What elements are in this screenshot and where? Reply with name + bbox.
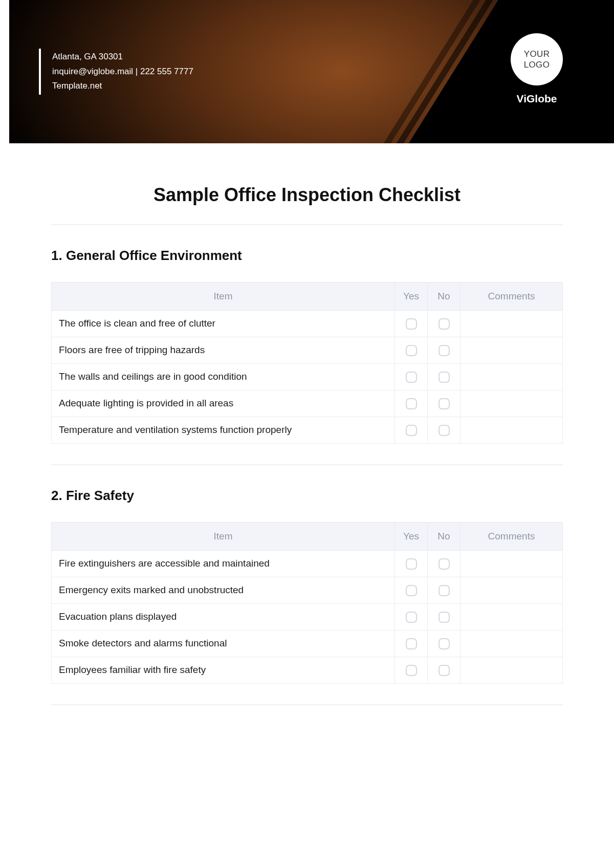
yes-cell [395,311,428,337]
comments-cell[interactable] [461,390,563,417]
column-header-yes: Yes [395,522,428,550]
table-row: Adequate lighting is provided in all are… [52,390,563,417]
no-cell [428,657,461,683]
yes-cell [395,417,428,443]
item-cell: Floors are free of tripping hazards [52,337,395,363]
address-line: Atlanta, GA 30301 [52,50,193,64]
no-cell [428,630,461,657]
divider [51,704,563,705]
table-row: Emergency exits marked and unobstructed [52,577,563,603]
comments-cell[interactable] [461,417,563,443]
checkbox-no[interactable] [438,665,450,676]
table-row: Fire extinguishers are accessible and ma… [52,550,563,577]
phone-text: 222 555 7777 [140,67,193,76]
contact-line: inquire@viglobe.mail | 222 555 7777 [52,64,193,79]
checkbox-no[interactable] [438,372,450,383]
checkbox-yes[interactable] [406,612,417,623]
checklist-table: ItemYesNoCommentsThe office is clean and… [51,282,563,444]
yes-cell [395,363,428,390]
yes-cell [395,337,428,363]
no-cell [428,363,461,390]
checkbox-yes[interactable] [406,558,417,570]
yes-cell [395,657,428,683]
item-cell: The office is clean and free of clutter [52,311,395,337]
table-row: Employees familiar with fire safety [52,657,563,683]
vertical-bar-icon [39,49,41,95]
checkbox-no[interactable] [438,585,450,596]
comments-cell[interactable] [461,311,563,337]
comments-cell[interactable] [461,630,563,657]
item-cell: Fire extinguishers are accessible and ma… [52,550,395,577]
divider [51,464,563,465]
checkbox-yes[interactable] [406,585,417,596]
checkbox-yes[interactable] [406,345,417,356]
column-header-item: Item [52,283,395,311]
contact-block: Atlanta, GA 30301 inquire@viglobe.mail |… [52,50,193,94]
item-cell: Evacuation plans displayed [52,603,395,630]
header-right: YOUR LOGO ViGlobe [511,33,563,105]
column-header-item: Item [52,522,395,550]
yes-cell [395,603,428,630]
comments-cell[interactable] [461,337,563,363]
column-header-no: No [428,283,461,311]
column-header-yes: Yes [395,283,428,311]
logo-circle: YOUR LOGO [511,33,563,85]
checkbox-no[interactable] [438,558,450,570]
yes-cell [395,577,428,603]
email-text: inquire@viglobe.mail [52,67,133,76]
table-row: Temperature and ventilation systems func… [52,417,563,443]
item-cell: Adequate lighting is provided in all are… [52,390,395,417]
checkbox-no[interactable] [438,318,450,330]
no-cell [428,603,461,630]
comments-cell[interactable] [461,657,563,683]
item-cell: Smoke detectors and alarms functional [52,630,395,657]
checkbox-no[interactable] [438,425,450,436]
document-header: Atlanta, GA 30301 inquire@viglobe.mail |… [9,0,614,143]
no-cell [428,390,461,417]
yes-cell [395,550,428,577]
table-header-row: ItemYesNoComments [52,283,563,311]
checkbox-yes[interactable] [406,398,417,409]
checkbox-yes[interactable] [406,318,417,330]
document-main: Sample Office Inspection Checklist 1. Ge… [0,143,614,705]
checkbox-yes[interactable] [406,665,417,676]
table-row: The office is clean and free of clutter [52,311,563,337]
logo-line1: YOUR [524,49,550,59]
item-cell: Employees familiar with fire safety [52,657,395,683]
item-cell: Emergency exits marked and unobstructed [52,577,395,603]
table-row: Evacuation plans displayed [52,603,563,630]
checkbox-yes[interactable] [406,372,417,383]
checkbox-no[interactable] [438,398,450,409]
comments-cell[interactable] [461,577,563,603]
comments-cell[interactable] [461,603,563,630]
table-row: The walls and ceilings are in good condi… [52,363,563,390]
table-header-row: ItemYesNoComments [52,522,563,550]
logo-line2: LOGO [524,59,550,70]
no-cell [428,577,461,603]
divider [51,224,563,225]
checkbox-yes[interactable] [406,638,417,649]
no-cell [428,550,461,577]
brand-name: ViGlobe [511,93,563,105]
yes-cell [395,630,428,657]
checkbox-yes[interactable] [406,425,417,436]
checkbox-no[interactable] [438,345,450,356]
no-cell [428,417,461,443]
header-left: Atlanta, GA 30301 inquire@viglobe.mail |… [39,49,193,95]
column-header-comments: Comments [461,522,563,550]
checkbox-no[interactable] [438,612,450,623]
table-row: Smoke detectors and alarms functional [52,630,563,657]
comments-cell[interactable] [461,550,563,577]
table-row: Floors are free of tripping hazards [52,337,563,363]
no-cell [428,311,461,337]
no-cell [428,337,461,363]
item-cell: The walls and ceilings are in good condi… [52,363,395,390]
checkbox-no[interactable] [438,638,450,649]
comments-cell[interactable] [461,363,563,390]
section-title: 2. Fire Safety [51,488,563,504]
section-title: 1. General Office Environment [51,248,563,264]
template-line: Template.net [52,79,193,94]
page-title: Sample Office Inspection Checklist [51,184,563,206]
checklist-table: ItemYesNoCommentsFire extinguishers are … [51,522,563,684]
column-header-no: No [428,522,461,550]
